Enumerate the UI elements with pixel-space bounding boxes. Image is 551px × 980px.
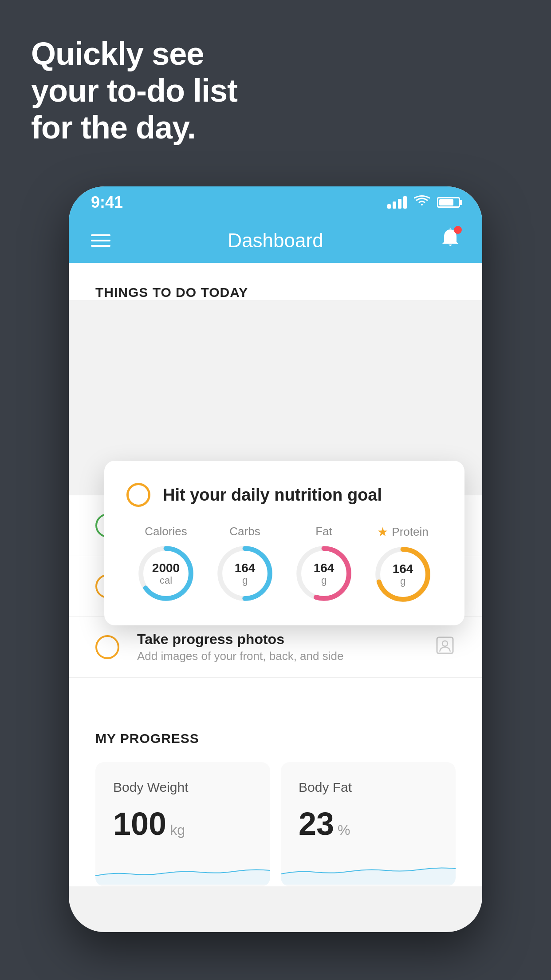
donut-protein: 164 g	[374, 545, 432, 603]
donut-value-calories: 2000	[152, 561, 180, 575]
donut-unit-fat: g	[314, 575, 335, 585]
menu-button[interactable]	[91, 234, 110, 247]
status-icons	[387, 195, 460, 210]
donut-unit-carbs: g	[235, 575, 256, 585]
body-fat-unit: %	[338, 822, 350, 838]
body-fat-card[interactable]: Body Fat 23%	[281, 762, 456, 886]
card-status-indicator	[126, 483, 150, 507]
todo-item-photos[interactable]: Take progress photos Add images of your …	[69, 617, 482, 678]
body-weight-title: Body Weight	[113, 780, 252, 795]
nutrition-card: Hit your daily nutrition goal Calories 2…	[104, 461, 464, 625]
nutrition-label-protein: ★Protein	[377, 525, 428, 539]
progress-section-title: MY PROGRESS	[95, 731, 199, 746]
body-weight-wave	[95, 858, 270, 886]
donut-calories: 2000 cal	[137, 545, 195, 602]
body-weight-unit: kg	[170, 822, 185, 838]
nutrition-item-calories: Calories 2000 cal	[137, 525, 195, 602]
nutrition-item-carbs: Carbs 164 g	[216, 525, 274, 602]
body-weight-card[interactable]: Body Weight 100kg	[95, 762, 270, 886]
body-fat-title: Body Fat	[299, 780, 438, 795]
donut-unit-calories: cal	[152, 575, 180, 585]
things-section-title: THINGS TO DO TODAY	[95, 285, 248, 300]
person-icon	[434, 635, 456, 660]
nutrition-label-fat: Fat	[315, 525, 332, 538]
todo-sub-photos: Add images of your front, back, and side	[137, 649, 417, 663]
status-bar: 9:41	[69, 186, 482, 218]
status-time: 9:41	[91, 193, 123, 212]
nutrition-circles: Calories 2000 cal Carbs 164	[126, 525, 442, 603]
donut-value-carbs: 164	[235, 561, 256, 575]
donut-carbs: 164 g	[216, 545, 274, 602]
headline-line2: your to-do list	[31, 72, 237, 109]
svg-point-14	[442, 641, 448, 646]
phone-mockup: 9:41	[69, 186, 482, 932]
headline-line1: Quickly see	[31, 36, 237, 72]
nutrition-label-carbs: Carbs	[229, 525, 260, 538]
body-weight-value: 100kg	[113, 806, 252, 842]
battery-icon	[437, 197, 460, 208]
notification-bell-icon[interactable]	[441, 228, 460, 253]
card-title: Hit your daily nutrition goal	[163, 486, 382, 505]
notification-dot	[454, 226, 462, 234]
progress-grid: Body Weight 100kg Body Fat 23%	[95, 762, 456, 886]
app-header: Dashboard	[69, 218, 482, 263]
body-fat-value: 23%	[299, 806, 438, 842]
todo-name-photos: Take progress photos	[137, 631, 417, 648]
nutrition-label-calories: Calories	[145, 525, 187, 538]
things-section: THINGS TO DO TODAY	[69, 263, 482, 300]
donut-unit-protein: g	[393, 576, 413, 586]
donut-fat: 164 g	[295, 545, 353, 602]
donut-value-protein: 164	[393, 562, 413, 576]
wifi-icon	[414, 195, 430, 210]
nutrition-item-protein: ★Protein 164 g	[374, 525, 432, 603]
headline: Quickly see your to-do list for the day.	[31, 36, 237, 146]
nutrition-item-fat: Fat 164 g	[295, 525, 353, 602]
headline-line3: for the day.	[31, 109, 237, 146]
header-title: Dashboard	[228, 229, 323, 252]
progress-section: MY PROGRESS Body Weight 100kg Body Fat	[69, 704, 482, 886]
donut-value-fat: 164	[314, 561, 335, 575]
signal-icon	[387, 196, 407, 209]
todo-circle-photos	[95, 635, 119, 659]
card-title-row: Hit your daily nutrition goal	[126, 483, 442, 507]
body-fat-wave	[281, 858, 456, 886]
